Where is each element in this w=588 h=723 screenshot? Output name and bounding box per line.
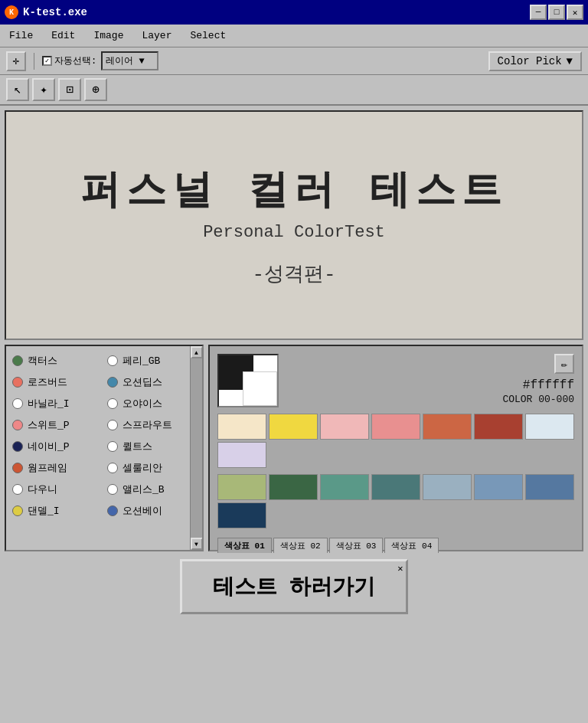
list-item-oyaice[interactable]: 오야이스 [106, 395, 198, 412]
tab-swatches-03[interactable]: 색상표 03 [329, 538, 384, 553]
auto-select-checkbox[interactable]: ✓ [42, 56, 52, 66]
scroll-down-button[interactable]: ▼ [191, 538, 203, 550]
close-button[interactable]: ✕ [567, 5, 583, 20]
label-quilts: 퀼트스 [122, 440, 152, 453]
swatch-1-4[interactable] [371, 414, 420, 440]
menu-select[interactable]: Select [187, 28, 229, 43]
list-scrollbar[interactable]: ▲ ▼ [190, 346, 202, 550]
swatch-2-3[interactable] [320, 474, 369, 500]
dot-quilts [107, 441, 118, 452]
dot-perib [107, 355, 118, 366]
list-item-dawny[interactable]: 다우니 [11, 481, 103, 498]
dot-navyp [12, 441, 23, 452]
layer-dropdown[interactable]: 레이어 ▼ [101, 51, 158, 70]
swatch-1-3[interactable] [320, 414, 369, 440]
list-item-cellulian[interactable]: 셀룰리안 [106, 460, 198, 476]
minimize-button[interactable]: ─ [530, 5, 547, 20]
toolbar: ✛ ✓ 자동선택: 레이어 ▼ Color Pick ▼ [0, 47, 588, 75]
color-preview-row: ✏ #ffffff COLOR 00-000 [217, 354, 574, 407]
dot-vanilla [12, 398, 23, 409]
auto-select-label: 자동선택: [54, 54, 96, 67]
list-item-sweetp[interactable]: 스위트_P [11, 417, 103, 433]
magic-select-button[interactable]: ✦ [32, 78, 55, 101]
list-item-aliceb[interactable]: 앨리스_B [106, 481, 198, 498]
menu-edit[interactable]: Edit [48, 28, 78, 43]
list-item-warmframe[interactable]: 웜프레임 [11, 460, 103, 476]
colorpick-button[interactable]: Color Pick ▼ [488, 51, 582, 71]
dot-dandel [12, 505, 23, 516]
swatch-1-5[interactable] [423, 414, 472, 440]
canvas-area: 퍼스널 컬러 테스트 Personal ColorTest -성격편- [5, 110, 583, 340]
titlebar: K K-test.exe ─ □ ✕ [0, 0, 588, 25]
swatch-1-6[interactable] [474, 414, 523, 440]
label-vanilla: 바닐라_I [28, 397, 70, 411]
dot-rosebud [12, 377, 23, 388]
color-panel: ✏ #ffffff COLOR 00-000 [208, 345, 583, 551]
label-aliceb: 앨리스_B [122, 483, 165, 496]
swatch-1-1[interactable] [217, 414, 266, 440]
swatch-2-2[interactable] [269, 474, 318, 500]
list-item-vanilla[interactable]: 바닐라_I [11, 395, 103, 412]
swatch-1-8[interactable] [217, 442, 266, 468]
list-item-perib[interactable]: 페리_GB [106, 352, 198, 369]
colorpick-label: Color Pick [498, 55, 562, 67]
swatch-2-7[interactable] [525, 474, 574, 500]
list-item-sprout[interactable]: 스프라우트 [106, 417, 198, 433]
dot-sweetp [12, 420, 23, 430]
list-item-quilts[interactable]: 퀼트스 [106, 438, 198, 455]
tab-swatches-04[interactable]: 색상표 04 [384, 538, 439, 553]
menu-file[interactable]: File [6, 28, 36, 43]
label-oceandips: 오션딥스 [122, 375, 162, 389]
preview-white [243, 371, 277, 406]
swatches-row2 [217, 474, 574, 528]
color-info: ✏ #ffffff COLOR 00-000 [502, 354, 574, 405]
scroll-up-button[interactable]: ▲ [191, 346, 203, 358]
crosshair-tool-button[interactable]: ⊕ [84, 78, 107, 101]
list-item-navyp[interactable]: 네이비_P [11, 438, 103, 455]
label-oceanbay: 오션베이 [122, 504, 162, 518]
app-icon: K [5, 5, 18, 19]
move-tool-button[interactable]: ✛ [6, 51, 26, 71]
swatch-2-6[interactable] [474, 474, 523, 500]
menu-image[interactable]: Image [90, 28, 126, 43]
label-cactus: 캑터스 [28, 354, 57, 368]
swatch-2-4[interactable] [371, 474, 420, 500]
scroll-track [191, 358, 202, 538]
dot-oyaice [107, 398, 118, 409]
dot-dawny [12, 484, 23, 495]
list-item-oceandips[interactable]: 오션딥스 [106, 374, 198, 391]
list-item-oceanbay[interactable]: 오션베이 [106, 502, 198, 519]
tab-swatches-02[interactable]: 색상표 02 [273, 538, 328, 553]
list-panel: 캑터스 페리_GB 로즈버드 오션딥스 바닐라_I 오야이스 [5, 345, 204, 551]
label-navyp: 네이비_P [28, 440, 70, 453]
list-item-rosebud[interactable]: 로즈버드 [11, 374, 103, 391]
tab-swatches-01[interactable]: 색상표 01 [217, 538, 272, 553]
canvas-subtitle: -성격편- [252, 260, 335, 287]
swatch-2-8[interactable] [217, 502, 266, 528]
goto-test-button[interactable]: ✕ 테스트 하러가기 [180, 559, 409, 614]
dot-sprout [107, 420, 118, 430]
hex-value: #ffffff [502, 378, 574, 392]
color-preview-box [217, 354, 279, 407]
swatch-1-2[interactable] [269, 414, 318, 440]
maximize-button[interactable]: □ [548, 5, 565, 20]
crop-tool-button[interactable]: ⊡ [58, 78, 81, 101]
list-item-cactus[interactable]: 캑터스 [11, 352, 103, 369]
swatch-2-5[interactable] [423, 474, 472, 500]
swatches-row1 [217, 414, 574, 468]
pencil-button[interactable]: ✏ [554, 354, 574, 374]
dot-cactus [12, 355, 23, 366]
swatch-1-7[interactable] [525, 414, 574, 440]
label-cellulian: 셀룰리안 [122, 461, 162, 475]
list-item-dandel[interactable]: 댄델_I [11, 502, 103, 519]
select-tool-button[interactable]: ↖ [6, 78, 29, 101]
btn-close-icon[interactable]: ✕ [397, 563, 403, 574]
canvas-title-korean: 퍼스널 컬러 테스트 [80, 163, 508, 217]
swatch-2-1[interactable] [217, 474, 266, 500]
dot-warmframe [12, 463, 23, 473]
dot-oceandips [107, 377, 118, 388]
canvas-title-english: Personal ColorTest [203, 223, 385, 242]
dot-aliceb [107, 484, 118, 495]
menu-layer[interactable]: Layer [139, 28, 175, 43]
color-code: COLOR 00-000 [502, 394, 574, 405]
